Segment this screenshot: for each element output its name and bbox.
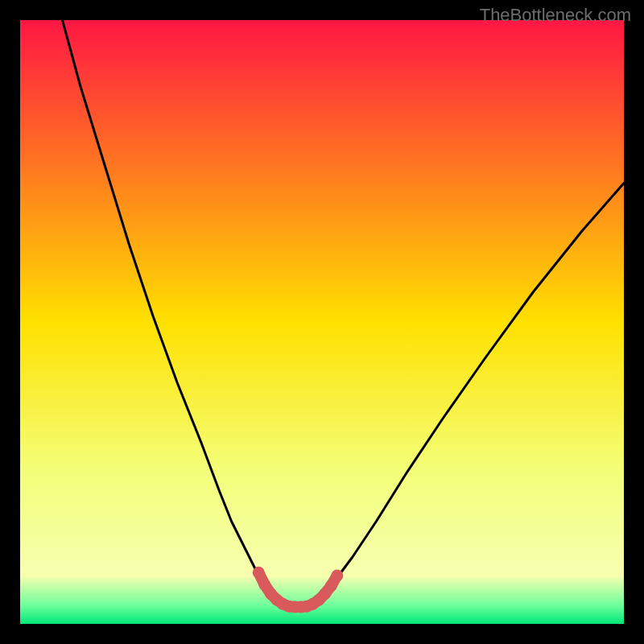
chart-svg (20, 20, 624, 624)
sweet-spot-dot (325, 580, 337, 592)
bottleneck-chart (20, 20, 624, 624)
watermark-text: TheBottleneck.com (480, 5, 631, 26)
gradient-background (20, 20, 624, 624)
sweet-spot-dot (331, 570, 343, 582)
sweet-spot-dot (253, 567, 265, 579)
